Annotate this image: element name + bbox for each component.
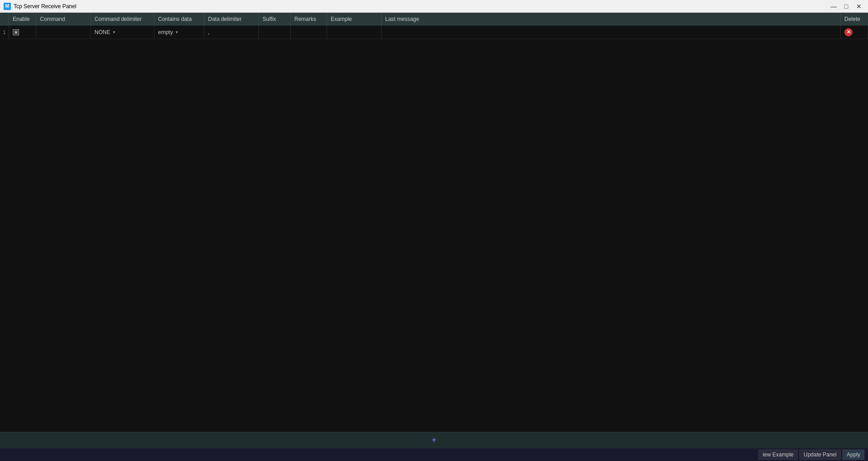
apply-button[interactable]: Apply	[843, 450, 864, 460]
window-title: Tcp Server Receive Panel	[14, 3, 76, 10]
enable-checkbox[interactable]: ■	[13, 29, 19, 35]
bottom-toolbar: +	[0, 432, 868, 448]
row-last-message-cell	[382, 25, 841, 39]
title-bar: M Tcp Server Receive Panel — □ ✕	[0, 0, 868, 13]
command-delimiter-arrow: ▼	[112, 30, 116, 35]
table-body: 1 ■ NONE ▼ empty ▼	[0, 25, 868, 432]
contains-data-arrow: ▼	[175, 30, 179, 35]
header-contains-data: Contains data	[154, 13, 204, 25]
app-icon: M	[4, 3, 11, 10]
view-example-button[interactable]: iew Example	[759, 450, 798, 460]
header-enable: Enable	[9, 13, 36, 25]
row-delete-cell[interactable]: ✕	[841, 25, 868, 39]
update-panel-button[interactable]: Update Panel	[799, 450, 841, 460]
minimize-button[interactable]: —	[828, 2, 839, 11]
row-data-delimiter-cell[interactable]: ,	[204, 25, 259, 39]
table-row: 1 ■ NONE ▼ empty ▼	[0, 25, 868, 39]
header-delete: Delete	[841, 13, 868, 25]
contains-data-value: empty	[158, 29, 173, 35]
main-container: Enable Command Command delimiter Contain…	[0, 13, 868, 461]
row-number: 1	[0, 25, 9, 39]
window-controls: — □ ✕	[828, 2, 864, 11]
row-suffix-cell[interactable]	[259, 25, 291, 39]
header-remarks: Remarks	[291, 13, 327, 25]
table-header: Enable Command Command delimiter Contain…	[0, 13, 868, 25]
row-example-cell[interactable]	[327, 25, 382, 39]
header-data-delimiter: Data delimiter	[204, 13, 259, 25]
status-bar: iew Example Update Panel Apply	[0, 448, 868, 461]
data-delimiter-value: ,	[208, 29, 209, 35]
maximize-button[interactable]: □	[841, 2, 852, 11]
row-command-delimiter-cell[interactable]: NONE ▼	[91, 25, 154, 39]
header-last-message: Last message	[382, 13, 841, 25]
header-example: Example	[327, 13, 382, 25]
row-command-cell[interactable]	[36, 25, 91, 39]
title-bar-left: M Tcp Server Receive Panel	[4, 3, 76, 10]
row-enable-cell[interactable]: ■	[9, 25, 36, 39]
header-command-delimiter: Command delimiter	[91, 13, 154, 25]
add-row-button[interactable]: +	[432, 435, 437, 446]
row-contains-data-cell[interactable]: empty ▼	[154, 25, 204, 39]
close-button[interactable]: ✕	[853, 2, 864, 11]
delete-row-button[interactable]: ✕	[844, 28, 853, 36]
row-remarks-cell[interactable]	[291, 25, 327, 39]
header-suffix: Suffix	[259, 13, 291, 25]
header-command: Command	[36, 13, 91, 25]
command-delimiter-value: NONE	[94, 29, 110, 35]
